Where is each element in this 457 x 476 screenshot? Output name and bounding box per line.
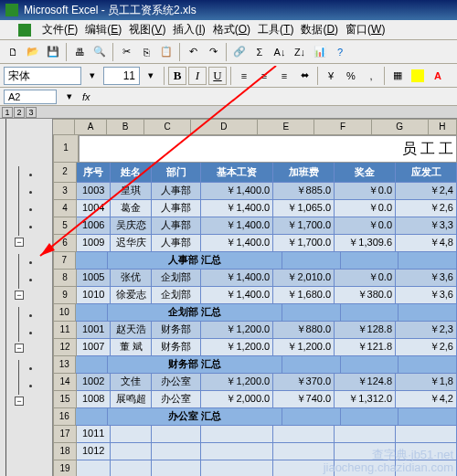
cell[interactable]: ￥3,6 (396, 270, 457, 287)
cell[interactable]: 人事部 (152, 200, 201, 217)
cell[interactable]: ￥380.0 (335, 287, 396, 304)
row-header[interactable]: 17 (53, 426, 77, 443)
th[interactable]: 基本工资 (201, 163, 273, 183)
cell[interactable] (111, 460, 152, 476)
merge-icon[interactable]: ⬌ (295, 67, 314, 85)
name-box[interactable]: A2 (4, 90, 57, 104)
cell[interactable]: ￥128.8 (335, 322, 396, 339)
cell[interactable]: ￥1,400.0 (201, 235, 273, 252)
cell[interactable]: 迟华庆 (111, 235, 152, 252)
new-icon[interactable]: 🗋 (4, 43, 22, 61)
row-header[interactable]: 19 (53, 460, 77, 476)
align-left-icon[interactable]: ≡ (235, 67, 253, 85)
cell[interactable]: ￥1,400.0 (201, 270, 273, 287)
outline-level-3[interactable]: 3 (26, 107, 37, 118)
cell[interactable]: ￥1,400.0 (201, 287, 273, 304)
row-header[interactable]: 15 (53, 391, 77, 408)
cell[interactable] (341, 408, 399, 426)
cell[interactable]: ￥1,200.0 (273, 339, 335, 356)
subtotal-label[interactable]: 办公室 汇总 (108, 408, 282, 426)
cell[interactable] (282, 252, 341, 270)
cell[interactable]: ￥1,400.0 (201, 217, 273, 235)
cell[interactable] (341, 356, 399, 374)
save-icon[interactable]: 💾 (44, 43, 62, 61)
th[interactable]: 序号 (77, 163, 111, 183)
cell[interactable]: ￥3,6 (396, 287, 457, 304)
cell[interactable]: ￥740.0 (273, 391, 335, 408)
cell[interactable]: 1010 (77, 287, 111, 304)
col-header[interactable]: E (258, 119, 314, 135)
cut-icon[interactable]: ✂ (117, 43, 135, 61)
cell[interactable]: ￥0.0 (335, 200, 396, 217)
undo-icon[interactable]: ↶ (184, 43, 202, 61)
fill-color-icon[interactable] (409, 67, 427, 85)
cell[interactable]: ￥0.0 (335, 217, 396, 235)
cell[interactable] (282, 408, 341, 426)
align-center-icon[interactable]: ≡ (255, 67, 273, 85)
align-right-icon[interactable]: ≡ (275, 67, 293, 85)
cell[interactable]: ￥370.0 (273, 374, 335, 391)
col-header[interactable]: H (429, 119, 457, 135)
cell[interactable]: 企划部 (152, 270, 201, 287)
font-color-icon[interactable]: A (429, 67, 447, 85)
cell[interactable]: ￥1,309.6 (335, 235, 396, 252)
th[interactable]: 部门 (152, 163, 201, 183)
cell[interactable]: 1009 (77, 235, 111, 252)
cell[interactable]: 董 斌 (111, 339, 152, 356)
col-header[interactable]: D (191, 119, 258, 135)
row-header[interactable]: 8 (53, 270, 77, 287)
menu-item[interactable]: 格式(O) (209, 20, 254, 39)
row-header[interactable]: 18 (53, 443, 77, 460)
row-header[interactable]: 1 (53, 135, 79, 163)
cell[interactable] (201, 443, 273, 460)
spreadsheet[interactable]: A B C D E F G H 1 员 工 工 2 序号 姓名 部门 基本工资 … (53, 119, 457, 476)
cell[interactable]: 葛金 (111, 200, 152, 217)
menu-item[interactable]: 视图(V) (125, 20, 169, 39)
link-icon[interactable]: 🔗 (230, 43, 249, 61)
cell[interactable]: 徐爱志 (111, 287, 152, 304)
outline-collapse-icon[interactable]: − (15, 397, 24, 406)
cell[interactable]: 1004 (77, 200, 111, 217)
cell[interactable]: ￥124.8 (335, 374, 396, 391)
cell[interactable]: 人事部 (152, 217, 201, 235)
cell[interactable]: ￥1,400.0 (201, 183, 273, 200)
cell[interactable]: ￥4,8 (396, 235, 457, 252)
help-icon[interactable]: ? (331, 43, 349, 61)
row-header[interactable]: 2 (53, 163, 77, 183)
row-header[interactable]: 14 (53, 374, 77, 391)
cell[interactable]: 皇琪 (111, 183, 152, 200)
chevron-down-icon[interactable]: ▾ (60, 88, 79, 106)
menu-item[interactable]: 插入(I) (169, 20, 208, 39)
cell[interactable]: ￥1,700.0 (273, 235, 335, 252)
menu-item[interactable]: 工具(T) (254, 20, 297, 39)
cell[interactable]: ￥3,3 (396, 217, 457, 235)
th[interactable]: 加班费 (273, 163, 335, 183)
row-header[interactable]: 12 (53, 339, 77, 356)
chevron-down-icon[interactable]: ▾ (83, 67, 101, 85)
outline-level-2[interactable]: 2 (14, 107, 25, 118)
cell[interactable]: ￥4,2 (396, 391, 457, 408)
outline-collapse-icon[interactable]: − (15, 344, 24, 353)
cell[interactable]: ￥2,010.0 (273, 270, 335, 287)
cell[interactable] (399, 356, 457, 374)
cell[interactable]: ￥1,200.0 (201, 374, 273, 391)
cell[interactable]: 人事部 (152, 235, 201, 252)
cell[interactable]: 财务部 (152, 322, 201, 339)
sort-asc-icon[interactable]: A↓ (271, 43, 289, 61)
cell[interactable] (76, 356, 109, 374)
cell[interactable] (111, 426, 152, 443)
cell[interactable] (152, 426, 201, 443)
font-size-select[interactable]: 11 (103, 67, 140, 85)
font-name-select[interactable]: 宋体 (4, 67, 81, 85)
redo-icon[interactable]: ↷ (204, 43, 222, 61)
cell[interactable]: ￥0.0 (335, 270, 396, 287)
menu-item[interactable]: 编辑(E) (81, 20, 125, 39)
th[interactable]: 应发工 (396, 163, 457, 183)
cell[interactable]: 1005 (77, 270, 111, 287)
cell[interactable]: 张优 (111, 270, 152, 287)
cell[interactable]: 吴庆恋 (111, 217, 152, 235)
cell[interactable] (201, 460, 273, 476)
cell[interactable] (341, 304, 399, 322)
cell[interactable]: 1003 (77, 183, 111, 200)
cell[interactable] (76, 304, 109, 322)
